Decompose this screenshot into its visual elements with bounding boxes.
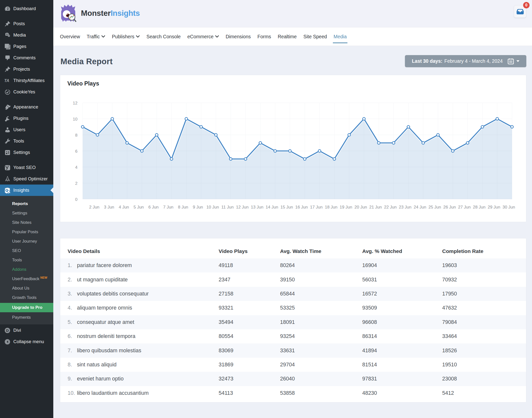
completion-rate-value: 19510: [442, 362, 526, 368]
sidebar-item-posts[interactable]: Posts: [0, 18, 53, 29]
completion-rate-value: 33464: [442, 333, 526, 339]
pin-icon: [4, 21, 11, 27]
submenu-item-about-us[interactable]: About Us: [0, 284, 53, 293]
completion-rate-value: 47632: [442, 305, 526, 311]
video-plays-chart: 0246810122 Jun3 Jun4 Jun5 Jun6 Jun7 Jun8…: [60, 75, 526, 222]
tab-overview[interactable]: Overview: [60, 27, 80, 46]
svg-text:TA: TA: [4, 78, 9, 83]
submenu-item-upgrade-to-pro[interactable]: Upgrade to Pro: [0, 303, 53, 312]
svg-text:12 Jun: 12 Jun: [236, 205, 248, 209]
avg-watch-time-value: 80264: [280, 262, 362, 269]
svg-text:25 Jun: 25 Jun: [428, 205, 441, 209]
svg-text:12: 12: [73, 101, 77, 105]
video-plays-card: Video Plays 0246810122 Jun3 Jun4 Jun5 Ju…: [60, 75, 526, 222]
comment-icon: [4, 55, 11, 61]
sidebar-item-collapse-menu[interactable]: Collapse menu: [0, 336, 53, 347]
sidebar-item-thirstyaffiliates[interactable]: TAThirstyAffiliates: [0, 75, 53, 86]
table-row: 4.aliquam tempore omnis 93321 53325 9350…: [60, 301, 526, 315]
submenu-item-tools[interactable]: Tools: [0, 255, 53, 265]
avg-watched-value: 97831: [362, 376, 442, 382]
chevron-down-icon: [215, 35, 219, 38]
submenu-item-site-notes[interactable]: Site Notes: [0, 218, 53, 227]
table-header-row: Video DetailsVideo PlaysAvg. Watch TimeA…: [60, 238, 526, 258]
video-title: nostrum deleniti tempora: [77, 333, 135, 339]
video-plays-value: 83069: [219, 348, 280, 354]
menu-separator: [0, 158, 53, 162]
tab-search-console[interactable]: Search Console: [146, 27, 181, 46]
submenu-item-growth-tools[interactable]: Growth Tools: [0, 293, 53, 302]
sidebar-item-settings[interactable]: Settings: [0, 147, 53, 158]
video-details-table: Video DetailsVideo PlaysAvg. Watch TimeA…: [60, 238, 526, 400]
sidebar-item-speed-optimizer[interactable]: Speed Optimizer: [0, 173, 53, 185]
sidebar-item-dashboard[interactable]: Dashboard: [0, 3, 53, 14]
video-title: libero quibusdam molestias: [77, 348, 141, 354]
sidebar-item-yoast-seo[interactable]: Yoast SEO: [0, 162, 53, 173]
submenu-item-addons[interactable]: Addons: [0, 265, 53, 274]
submenu-item-reports[interactable]: Reports: [0, 199, 53, 209]
tab-media[interactable]: Media: [334, 27, 347, 46]
page-title: Media Report: [60, 57, 113, 66]
sidebar-item-media[interactable]: Media: [0, 29, 53, 41]
tab-forms[interactable]: Forms: [257, 27, 271, 46]
chevron-down-icon: [136, 35, 140, 38]
video-title: libero laudantium accusantium: [77, 390, 149, 396]
tab-site-speed[interactable]: Site Speed: [303, 27, 327, 46]
sidebar-item-users[interactable]: Users: [0, 124, 53, 135]
date-range-label: Last 30 days:: [412, 58, 442, 64]
sidebar-item-insights[interactable]: Insights: [0, 185, 53, 196]
sidebar-item-tools[interactable]: Tools: [0, 135, 53, 147]
plugin-icon: [4, 115, 11, 122]
row-rank: 4.: [68, 305, 77, 311]
submenu-item-settings[interactable]: Settings: [0, 209, 53, 218]
sidebar-item-cookieyes[interactable]: CookieYes: [0, 86, 53, 98]
sidebar-item-projects[interactable]: Projects: [0, 63, 53, 75]
video-title: pariatur facere dolorem: [77, 262, 132, 269]
svg-text:17 Jun: 17 Jun: [310, 205, 323, 209]
submenu-item-user-journey[interactable]: User Journey: [0, 237, 53, 246]
avg-watched-value: 56031: [362, 277, 442, 283]
sidebar-item-comments[interactable]: Comments: [0, 52, 53, 63]
notifications-badge: 0: [523, 2, 530, 8]
yoast-icon: [4, 164, 11, 171]
video-plays-value: 35494: [219, 319, 280, 325]
svg-text:30 Jun: 30 Jun: [502, 205, 515, 209]
row-rank: 7.: [68, 348, 77, 354]
sidebar-item-plugins[interactable]: Plugins: [0, 113, 53, 124]
submenu-item-popular-posts[interactable]: Popular Posts: [0, 227, 53, 237]
table-row: 1.pariatur facere dolorem 49118 80264 16…: [60, 258, 526, 272]
svg-text:28 Jun: 28 Jun: [473, 205, 485, 209]
sidebar-item-pages[interactable]: Pages: [0, 41, 53, 52]
pages-icon: [4, 43, 11, 50]
tab-ecommerce[interactable]: eCommerce: [187, 27, 219, 46]
svg-text:26 Jun: 26 Jun: [443, 205, 456, 209]
avg-watch-time-value: 53325: [280, 305, 362, 311]
settings-icon: [4, 149, 11, 156]
video-plays-value: 31869: [219, 362, 280, 368]
tab-publishers[interactable]: Publishers: [112, 27, 140, 46]
avg-watched-value: 16572: [362, 291, 442, 297]
svg-text:27 Jun: 27 Jun: [458, 205, 471, 209]
column-header: Avg. % Watched: [362, 248, 442, 254]
date-range-button[interactable]: Last 30 days: February 4 - March 4, 2024: [405, 55, 526, 67]
monster-icon: [4, 187, 11, 193]
tab-traffic[interactable]: Traffic: [87, 27, 105, 46]
avg-watch-time-value: 53858: [280, 390, 362, 396]
caret-down-icon: [516, 60, 519, 62]
svg-text:10: 10: [73, 117, 77, 122]
tab-dimensions[interactable]: Dimensions: [226, 27, 251, 46]
svg-text:6: 6: [75, 149, 77, 154]
svg-text:23 Jun: 23 Jun: [399, 205, 411, 209]
tab-realtime[interactable]: Realtime: [278, 27, 297, 46]
submenu-item-userfeedback[interactable]: UserFeedbackNEW: [0, 274, 53, 284]
video-plays-value: 2347: [219, 277, 280, 283]
svg-text:10 Jun: 10 Jun: [206, 205, 219, 209]
sidebar-item-divi[interactable]: DDivi: [0, 325, 53, 336]
sidebar-item-appearance[interactable]: Appearance: [0, 101, 53, 113]
submenu-item-payments[interactable]: Payments: [0, 313, 53, 322]
avg-watch-time-value: 65844: [280, 291, 362, 297]
video-plays-value: 54113: [219, 390, 280, 396]
table-row: 2.ut magnam cupiditate 2347 39150 56031 …: [60, 272, 526, 287]
submenu-item-seo[interactable]: SEO: [0, 246, 53, 255]
table-row: 5.consequatur atque amet 35494 18091 966…: [60, 315, 526, 329]
admin-menu: DashboardPostsMediaPagesCommentsProjects…: [0, 0, 53, 196]
